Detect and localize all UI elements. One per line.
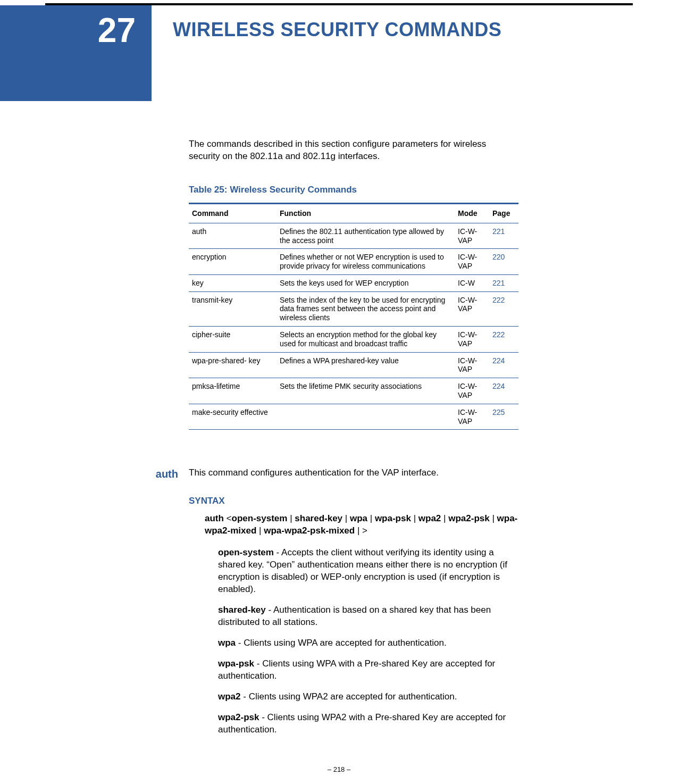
cell-function: Sets the keys used for WEP encryption: [277, 274, 455, 291]
parameter-name: wpa-psk: [218, 658, 254, 669]
page-link[interactable]: 225: [492, 408, 505, 416]
cell-mode: IC-W-VAP: [455, 291, 489, 326]
table-row: authDefines the 802.11 authentication ty…: [189, 223, 518, 249]
parameter-list: open-system - Accepts the client without…: [218, 547, 518, 736]
syntax-keyword: wpa2: [418, 513, 441, 523]
syntax-keyword: wpa-wpa2-psk-mixed: [264, 526, 355, 536]
cell-command: key: [189, 274, 277, 291]
syntax-keyword: wpa: [350, 513, 367, 523]
cell-mode: IC-W-VAP: [455, 378, 489, 404]
parameter-item: wpa-psk - Clients using WPA with a Pre-s…: [218, 658, 518, 682]
section-side-label: auth: [156, 467, 178, 481]
table-row: encryptionDefines whether or not WEP enc…: [189, 249, 518, 275]
page-link[interactable]: 224: [492, 356, 505, 365]
parameter-name: wpa2-psk: [218, 712, 259, 722]
cell-mode: IC-W-VAP: [455, 223, 489, 249]
chapter-header: 27 WIRELESS SECURITY COMMANDS: [0, 5, 633, 101]
cell-page: 221: [489, 223, 518, 249]
cell-command: auth: [189, 223, 277, 249]
cell-function: [277, 404, 455, 430]
page-link[interactable]: 221: [492, 227, 505, 236]
cell-command: transmit-key: [189, 291, 277, 326]
th-command: Command: [189, 203, 277, 223]
section-intro: This command configures authentication f…: [189, 467, 518, 479]
page-link[interactable]: 224: [492, 382, 505, 390]
cell-command: make-security effective: [189, 404, 277, 430]
parameter-name: open-system: [218, 547, 274, 557]
cell-page: 221: [489, 274, 518, 291]
parameter-name: shared-key: [218, 605, 266, 615]
parameter-item: shared-key - Authentication is based on …: [218, 604, 518, 629]
table-row: make-security effectiveIC-W-VAP225: [189, 404, 518, 430]
table-header-row: Command Function Mode Page: [189, 203, 518, 223]
auth-section: auth This command configures authenticat…: [189, 467, 518, 744]
cell-function: Defines a WPA preshared-key value: [277, 352, 455, 378]
cell-page: 220: [489, 249, 518, 275]
table-row: transmit-keySets the index of the key to…: [189, 291, 518, 326]
parameter-item: wpa2-psk - Clients using WPA2 with a Pre…: [218, 712, 518, 736]
syntax-keyword: shared-key: [295, 513, 342, 523]
parameter-item: open-system - Accepts the client without…: [218, 547, 518, 596]
cell-mode: IC-W-VAP: [455, 352, 489, 378]
syntax-line: auth <open-system | shared-key | wpa | w…: [205, 513, 518, 537]
cell-mode: IC-W-VAP: [455, 249, 489, 275]
cell-function: Sets the index of the key to be used for…: [277, 291, 455, 326]
syntax-heading: SYNTAX: [189, 495, 518, 507]
chapter-number-badge: 27: [0, 5, 152, 101]
page-link[interactable]: 220: [492, 253, 505, 261]
page-link[interactable]: 222: [492, 330, 505, 339]
chapter-title: WIRELESS SECURITY COMMANDS: [152, 5, 633, 101]
cell-command: wpa-pre-shared- key: [189, 352, 277, 378]
cell-mode: IC-W-VAP: [455, 404, 489, 430]
cell-command: encryption: [189, 249, 277, 275]
cell-command: cipher-suite: [189, 327, 277, 353]
parameter-item: wpa - Clients using WPA are accepted for…: [218, 637, 518, 649]
parameter-name: wpa: [218, 638, 236, 648]
table-row: pmksa-lifetimeSets the lifetime PMK secu…: [189, 378, 518, 404]
cell-page: 224: [489, 352, 518, 378]
cell-command: pmksa-lifetime: [189, 378, 277, 404]
cell-function: Defines the 802.11 authentication type a…: [277, 223, 455, 249]
th-mode: Mode: [455, 203, 489, 223]
table-row: keySets the keys used for WEP encryption…: [189, 274, 518, 291]
page-link[interactable]: 222: [492, 296, 505, 304]
table-row: wpa-pre-shared- keyDefines a WPA preshar…: [189, 352, 518, 378]
cell-mode: IC-W: [455, 274, 489, 291]
cell-function: Sets the lifetime PMK security associati…: [277, 378, 455, 404]
parameter-item: wpa2 - Clients using WPA2 are accepted f…: [218, 691, 518, 703]
syntax-keyword: wpa2-psk: [448, 513, 489, 523]
table-row: cipher-suiteSelects an encryption method…: [189, 327, 518, 353]
cell-page: 222: [489, 327, 518, 353]
cell-page: 222: [489, 291, 518, 326]
syntax-keyword: auth: [205, 513, 224, 523]
intro-paragraph: The commands described in this section c…: [189, 138, 518, 163]
table-caption: Table 25: Wireless Security Commands: [189, 184, 518, 196]
th-function: Function: [277, 203, 455, 223]
syntax-keyword: wpa-psk: [375, 513, 411, 523]
cell-mode: IC-W-VAP: [455, 327, 489, 353]
page-footer: – 218 –: [0, 765, 678, 773]
cell-function: Selects an encryption method for the glo…: [277, 327, 455, 353]
cell-page: 225: [489, 404, 518, 430]
cell-function: Defines whether or not WEP encryption is…: [277, 249, 455, 275]
page-link[interactable]: 221: [492, 279, 505, 287]
syntax-keyword: open-system: [232, 513, 288, 523]
cell-page: 224: [489, 378, 518, 404]
parameter-name: wpa2: [218, 691, 241, 702]
commands-table: Command Function Mode Page authDefines t…: [189, 203, 518, 430]
th-page: Page: [489, 203, 518, 223]
page-content: The commands described in this section c…: [189, 138, 518, 744]
